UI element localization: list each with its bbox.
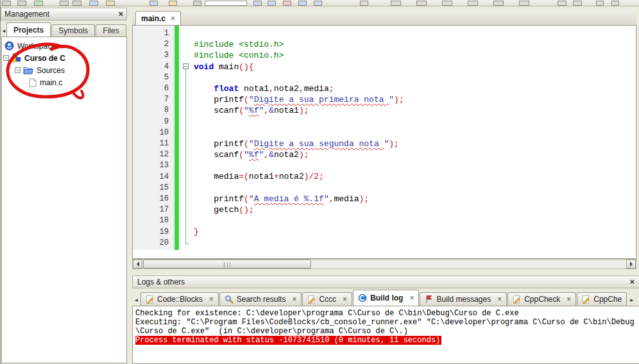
line-number: 15 — [133, 183, 169, 194]
close-icon[interactable]: × — [409, 294, 414, 302]
toolbar-icon-fragment[interactable] — [253, 1, 262, 6]
toolbar-icon-fragment[interactable] — [34, 1, 43, 6]
scrollbar-thumb[interactable] — [143, 260, 311, 269]
tree-item-curso-de-c[interactable]: −Curso de C — [3, 52, 126, 64]
token-amp: & — [269, 150, 274, 160]
toolbar-icon-fragment[interactable] — [493, 1, 504, 6]
tree-item-sources[interactable]: −Sources — [15, 64, 126, 76]
scroll-right-icon[interactable] — [626, 260, 636, 269]
management-panel: Management × ◄ ProjectsSymbolsFiles► Wor… — [1, 6, 128, 364]
tree-item-main-c[interactable]: main.c — [29, 76, 126, 88]
toolbar-icon-fragment[interactable] — [611, 1, 619, 6]
tab-files[interactable]: Files — [96, 24, 126, 37]
indent — [194, 205, 214, 215]
pencil-icon — [582, 295, 590, 304]
tab-code-blocks[interactable]: Code::Blocks× — [141, 292, 219, 306]
toolbar-combobox-fragment[interactable] — [205, 1, 247, 6]
toolbar-icon-fragment[interactable] — [468, 1, 478, 6]
line-number: 16 — [133, 194, 169, 204]
log-line: \Curso de C.exe" (in C:\developer\progra… — [135, 327, 408, 336]
close-icon[interactable]: × — [209, 295, 214, 303]
fold-line — [185, 69, 186, 244]
toolbar-icon-fragment[interactable] — [283, 1, 291, 6]
code-line-11: printf("Digite a sua segunda nota "); — [194, 138, 636, 149]
log-line-row: Process terminated with status -10737415… — [135, 336, 638, 345]
toolbar-icon-fragment[interactable] — [360, 1, 368, 6]
workspace-icon — [4, 41, 14, 51]
close-icon[interactable]: × — [629, 278, 635, 286]
code-line-9 — [194, 117, 636, 128]
toolbar-icon-fragment[interactable] — [2, 1, 11, 6]
close-icon[interactable]: × — [118, 10, 123, 18]
editor-tab-main-c[interactable]: main.c × — [135, 11, 181, 25]
token-str: %f — [249, 106, 259, 115]
toolbar-icon-fragment[interactable] — [573, 1, 582, 6]
close-icon[interactable]: × — [292, 295, 296, 303]
toolbar-icon-fragment[interactable] — [314, 1, 322, 6]
toolbar-icon-fragment[interactable] — [60, 1, 69, 6]
toolbar-icon-fragment[interactable] — [149, 1, 158, 6]
tab-search-results[interactable]: Search results× — [219, 292, 302, 306]
token-plain: nota2 — [274, 84, 299, 94]
close-icon[interactable]: × — [567, 295, 571, 303]
token-op: ; — [329, 84, 334, 94]
scroll-left-icon[interactable] — [133, 260, 142, 269]
tab-scroll-left-icon[interactable]: ◄ — [132, 294, 141, 306]
tab-scroll-left-icon[interactable]: ◄ — [1, 25, 6, 37]
toolbar-icon-fragment[interactable] — [106, 1, 115, 6]
token-kw: void — [194, 62, 214, 72]
token-pre: #include <conio.h> — [194, 51, 284, 60]
toolbar-icon-fragment[interactable] — [558, 1, 567, 6]
tab-cccc[interactable]: Cccc× — [302, 292, 352, 306]
token-op: ); — [359, 194, 370, 204]
token-op: ); — [389, 139, 399, 149]
tab-scroll-right-icon[interactable]: ► — [627, 294, 636, 306]
expander-icon[interactable]: − — [3, 55, 9, 61]
editor-tab-label: main.c — [141, 14, 166, 23]
token-str: Digite a sua segunda nota — [254, 139, 384, 149]
close-icon[interactable]: × — [171, 15, 175, 22]
toolbar-icon-fragment[interactable] — [268, 1, 276, 6]
toolbar-icon-fragment[interactable] — [416, 1, 427, 6]
tab-label: CppChe — [593, 295, 622, 304]
line-number: 10 — [133, 128, 169, 138]
tab-symbols[interactable]: Symbols — [51, 24, 95, 37]
search-icon — [225, 295, 234, 304]
pencil-icon — [146, 295, 154, 304]
tab-cppche[interactable]: CppChe — [577, 292, 627, 306]
code-text[interactable]: #include <stdio.h>#include <conio.h>void… — [194, 28, 636, 249]
line-number: 1 — [133, 28, 169, 39]
toolbar-icon-fragment[interactable] — [17, 1, 26, 6]
tree-item-workspace[interactable]: Workspace — [4, 40, 126, 52]
management-tabbar: ◄ ProjectsSymbolsFiles► — [1, 22, 127, 37]
toolbar-icon-fragment[interactable] — [193, 1, 201, 6]
toolbar-icon-fragment[interactable] — [72, 1, 81, 6]
toolbar-icon-fragment[interactable] — [169, 1, 177, 6]
toolbar-icon-fragment[interactable] — [596, 1, 604, 6]
build-log-output[interactable]: Checking for existence: C:\developer\pro… — [132, 306, 639, 364]
token-plain: nota1 — [249, 172, 274, 181]
token-op: (); — [239, 205, 253, 215]
tab-build-log[interactable]: Build log× — [353, 290, 419, 306]
expander-icon[interactable]: − — [15, 67, 21, 73]
pencil-icon — [513, 295, 521, 304]
tab-build-messages[interactable]: Build messages× — [420, 292, 507, 306]
editor-hscrollbar[interactable] — [132, 259, 636, 269]
toolbar-icon-fragment[interactable] — [298, 1, 307, 6]
toolbar-icon-fragment[interactable] — [89, 1, 98, 6]
toolbar-icon-fragment[interactable] — [519, 1, 529, 6]
code-line-4: void main(){ — [194, 62, 636, 72]
close-icon[interactable]: × — [343, 295, 347, 303]
panel-splitter[interactable] — [128, 6, 132, 364]
toolbar-icon-fragment[interactable] — [391, 1, 401, 6]
code-line-15 — [194, 183, 636, 194]
editor-body[interactable]: 1234567891011121314151617181920 #include… — [132, 26, 636, 259]
tab-projects[interactable]: Projects — [6, 22, 51, 37]
toolbar-icon-fragment[interactable] — [442, 1, 452, 6]
tab-cppcheck[interactable]: CppCheck× — [507, 292, 576, 306]
close-icon[interactable]: × — [497, 295, 502, 303]
line-number: 12 — [133, 149, 169, 160]
tree-item-label: Curso de C — [24, 54, 65, 63]
fold-collapse-icon[interactable]: − — [183, 63, 189, 69]
token-op: , — [264, 150, 269, 160]
